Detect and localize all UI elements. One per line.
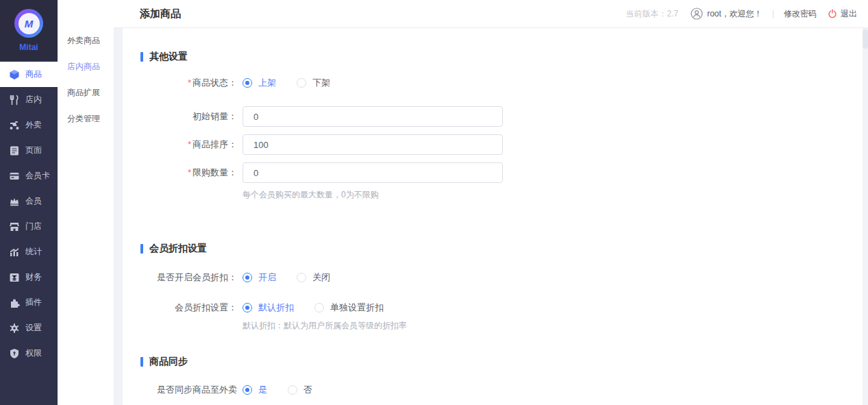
radio-icon <box>243 385 252 395</box>
content-gap <box>114 28 123 405</box>
sidebar-item-finance[interactable]: 财务 <box>0 265 58 290</box>
form-row-discount-mode: 会员折扣设置： 默认折扣 单独设置折扣 <box>123 302 863 314</box>
sidebar-item-takeout[interactable]: 外卖 <box>0 112 58 138</box>
form-row-purchase-limit: *限购数量： <box>123 162 863 183</box>
radio-icon <box>243 303 252 312</box>
radio-option-enable[interactable]: 开启 <box>243 271 276 284</box>
storefront-icon <box>9 221 20 232</box>
radio-icon <box>297 273 306 282</box>
section-bar <box>140 244 143 254</box>
cube-icon <box>9 69 20 80</box>
section-title: 商品同步 <box>149 356 188 368</box>
submenu-item-label: 店内商品 <box>67 61 100 73</box>
page-title: 添加商品 <box>140 8 181 21</box>
required-mark: * <box>188 77 191 88</box>
sidebar-item-statistics[interactable]: 统计 <box>0 239 58 265</box>
user-menu[interactable]: root，欢迎您！ <box>691 8 762 20</box>
section-title: 会员折扣设置 <box>149 243 207 255</box>
sidebar-item-label: 统计 <box>25 246 42 258</box>
radio-option-default-discount[interactable]: 默认折扣 <box>243 302 294 314</box>
radio-icon <box>314 303 324 312</box>
cutlery-icon <box>9 95 20 106</box>
logo-glyph: M <box>18 13 40 34</box>
crown-icon <box>9 196 20 207</box>
required-mark: * <box>188 167 191 177</box>
form-row-sync-to-takeout: 是否同步商品至外卖 是 否 <box>123 384 863 396</box>
submenu-item-product-extension[interactable]: 商品扩展 <box>58 79 114 106</box>
sidebar-item-label: 插件 <box>25 297 42 308</box>
sidebar-item-instore[interactable]: 店内 <box>0 87 58 112</box>
scrollbar-thumb[interactable] <box>863 29 868 49</box>
form-panel: 其他设置 *商品状态： 上架 下架 <box>123 28 863 405</box>
submenu-item-label: 分类管理 <box>67 113 100 125</box>
sidebar-item-pages[interactable]: 页面 <box>0 138 58 163</box>
sidebar-item-membercard[interactable]: 会员卡 <box>0 163 58 188</box>
primary-menu: 商品 店内 外卖 页面 <box>0 60 58 405</box>
section-bar <box>140 52 143 62</box>
radio-icon <box>243 78 252 88</box>
section-bar <box>140 357 143 367</box>
shield-icon <box>9 348 20 359</box>
radio-icon <box>243 273 252 282</box>
form-row-initial-sales: 初始销量： <box>123 106 863 127</box>
radio-label: 开启 <box>258 271 276 284</box>
welcome-text: root，欢迎您！ <box>707 8 762 20</box>
field-label: *商品状态： <box>123 77 237 89</box>
logout-button[interactable]: 退出 <box>828 8 857 20</box>
submenu-item-instore-products[interactable]: 店内商品 <box>58 53 114 79</box>
radio-label: 关闭 <box>312 271 330 284</box>
submenu-item-category-management[interactable]: 分类管理 <box>58 106 114 132</box>
field-label: 初始销量： <box>123 110 237 123</box>
radio-option-off-shelf[interactable]: 下架 <box>297 77 330 89</box>
sidebar-item-label: 设置 <box>25 322 42 334</box>
sidebar-item-products[interactable]: 商品 <box>0 62 58 87</box>
sidebar-item-permissions[interactable]: 权限 <box>0 341 58 366</box>
sidebar-item-settings[interactable]: 设置 <box>0 315 58 341</box>
sidebar-item-label: 会员 <box>25 195 42 207</box>
sidebar-item-label: 商品 <box>25 69 42 80</box>
section-product-sync: 商品同步 <box>140 356 863 367</box>
avatar-icon <box>691 8 703 20</box>
change-password-link[interactable]: 修改密码 <box>784 8 817 20</box>
radio-label: 上架 <box>258 77 276 89</box>
sidebar-item-stores[interactable]: 门店 <box>0 214 58 239</box>
topbar-separator: | <box>772 9 774 19</box>
logo-text: Mitai <box>19 42 38 52</box>
radio-option-yes[interactable]: 是 <box>243 384 267 396</box>
app-window: M Mitai 商品 店内 外卖 <box>0 0 868 405</box>
sidebar-item-members[interactable]: 会员 <box>0 188 58 214</box>
version-label: 当前版本：2.7 <box>626 8 679 20</box>
scrollbar-track[interactable] <box>863 28 868 405</box>
logo-block[interactable]: M Mitai <box>0 0 58 60</box>
section-member-discount: 会员折扣设置 <box>140 243 863 254</box>
logout-label: 退出 <box>841 8 857 20</box>
radio-icon <box>288 385 297 395</box>
initial-sales-input[interactable] <box>243 106 503 127</box>
radio-label: 单独设置折扣 <box>330 302 384 314</box>
field-label: *商品排序： <box>123 138 237 151</box>
radio-option-custom-discount[interactable]: 单独设置折扣 <box>314 302 384 314</box>
radio-option-on-shelf[interactable]: 上架 <box>243 77 276 89</box>
purchase-limit-help: 每个会员购买的最大数量，0为不限购 <box>243 189 863 201</box>
radio-group-product-status: 上架 下架 <box>243 77 351 89</box>
radio-group-discount-mode: 默认折扣 单独设置折扣 <box>243 302 404 314</box>
radio-group-discount-enabled: 开启 关闭 <box>243 271 351 284</box>
radio-option-disable[interactable]: 关闭 <box>297 271 330 284</box>
topbar: 添加商品 当前版本：2.7 root，欢迎您！ | 修改密码 退出 <box>114 0 868 28</box>
purchase-limit-input[interactable] <box>243 162 503 183</box>
radio-label: 否 <box>303 384 312 396</box>
section-title: 其他设置 <box>149 51 188 63</box>
field-label: *限购数量： <box>123 167 237 179</box>
submenu-item-label: 商品扩展 <box>67 87 100 99</box>
product-sort-input[interactable] <box>243 134 503 155</box>
sidebar-item-plugins[interactable]: 插件 <box>0 290 58 315</box>
delivery-scooter-icon <box>9 120 20 131</box>
primary-sidebar: M Mitai 商品 店内 外卖 <box>0 0 58 405</box>
card-icon <box>9 171 20 182</box>
form-row-discount-enabled: 是否开启会员折扣： 开启 关闭 <box>123 271 863 284</box>
submenu-item-takeout-products[interactable]: 外卖商品 <box>58 27 114 53</box>
radio-label: 默认折扣 <box>258 302 294 314</box>
topbar-right: 当前版本：2.7 root，欢迎您！ | 修改密码 退出 <box>626 8 868 20</box>
radio-option-no[interactable]: 否 <box>288 384 312 396</box>
submenu-item-label: 外卖商品 <box>67 35 100 47</box>
